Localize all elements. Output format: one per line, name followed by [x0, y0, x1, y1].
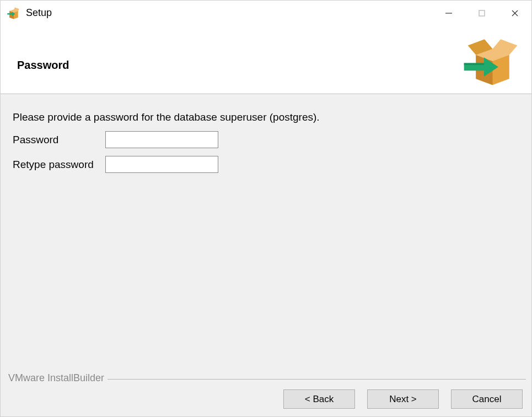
- page-title: Password: [17, 59, 464, 72]
- password-input[interactable]: [105, 131, 218, 148]
- app-icon: [6, 6, 22, 21]
- footer-frame: VMware InstallBuilder: [6, 372, 526, 384]
- titlebar: Setup: [1, 1, 531, 25]
- instruction-text: Please provide a password for the databa…: [13, 111, 519, 123]
- window-controls: [432, 1, 531, 25]
- wizard-header: Password: [1, 25, 531, 94]
- footer-frame-label: VMware InstallBuilder: [6, 372, 108, 384]
- installer-box-icon: [464, 34, 522, 86]
- window-title: Setup: [26, 7, 432, 19]
- retype-password-input[interactable]: [105, 156, 218, 173]
- svg-marker-15: [464, 63, 484, 64]
- password-label: Password: [13, 134, 105, 146]
- setup-window: Setup Password: [0, 0, 532, 417]
- close-button[interactable]: [498, 1, 531, 25]
- retype-password-label: Retype password: [13, 159, 105, 171]
- cancel-button[interactable]: Cancel: [451, 389, 523, 409]
- maximize-button[interactable]: [465, 1, 498, 25]
- retype-password-row: Retype password: [13, 156, 519, 173]
- password-row: Password: [13, 131, 519, 148]
- wizard-buttons: < Back Next > Cancel: [6, 389, 526, 416]
- wizard-body: Please provide a password for the databa…: [1, 94, 531, 416]
- footer-divider: [108, 379, 526, 380]
- next-button[interactable]: Next >: [367, 389, 439, 409]
- back-button[interactable]: < Back: [283, 389, 355, 409]
- wizard-footer: VMware InstallBuilder < Back Next > Canc…: [6, 372, 526, 416]
- minimize-button[interactable]: [432, 1, 465, 25]
- svg-rect-6: [479, 10, 485, 16]
